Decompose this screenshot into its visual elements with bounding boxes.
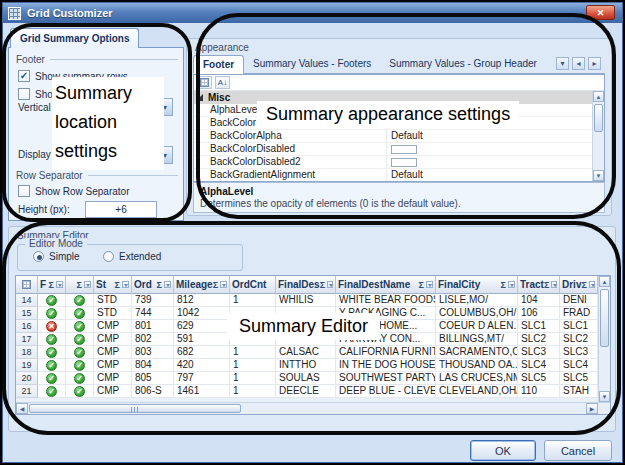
property-scrollbar[interactable]: ▲ ▼ [592, 91, 604, 181]
cell-mileage[interactable]: 1042 [174, 307, 230, 320]
cell-mileage[interactable]: 682 [174, 346, 230, 359]
cell-st[interactable]: CMP [94, 333, 132, 346]
cell-tract[interactable]: SLC2 [518, 333, 560, 346]
cell-st[interactable]: STD [94, 307, 132, 320]
tab-summary-values-footers[interactable]: Summary Values - Footers [244, 54, 380, 73]
color-swatch[interactable] [391, 158, 417, 167]
cell-tract[interactable]: SLC5 [518, 372, 560, 385]
column-header[interactable]: Σ [66, 276, 94, 294]
row-number-cell[interactable]: 21 [16, 385, 38, 398]
summary-sigma-icon[interactable]: Σ [544, 280, 549, 290]
status-cell[interactable]: ✓ [66, 294, 94, 307]
scroll-up-icon[interactable]: ▲ [599, 276, 610, 287]
cell-finaldestname[interactable]: WHITE BEAR FOODS [336, 294, 436, 307]
cell-finalcity[interactable]: COLUMBUS,OH/ [436, 307, 518, 320]
scrollbar-thumb[interactable] [29, 404, 241, 413]
cell-ord[interactable]: 744 [132, 307, 174, 320]
summary-sigma-icon[interactable]: Σ [157, 280, 162, 290]
row-indicator-header[interactable] [16, 276, 38, 294]
cell-finalcity[interactable]: LAS CRUCES,NM/ [436, 372, 518, 385]
cell-driv[interactable]: FRAD [560, 307, 598, 320]
cell-finalcity[interactable]: BILLINGS,MT/ [436, 333, 518, 346]
status-cell[interactable]: ✓ [66, 372, 94, 385]
radio-unselected-icon[interactable] [103, 251, 114, 262]
column-header[interactable]: FinalCityΣ [436, 276, 518, 294]
column-header[interactable]: DrivΣ [560, 276, 598, 294]
property-value[interactable] [387, 156, 592, 168]
cell-finalcity[interactable]: THOUSAND OA... [436, 359, 518, 372]
column-header[interactable]: FinalDestNameΣ [336, 276, 436, 294]
filter-icon[interactable] [164, 281, 171, 288]
status-cell[interactable]: ✓ [38, 333, 66, 346]
scroll-right-icon[interactable]: ▶ [586, 403, 598, 414]
cell-driv[interactable]: SLC5 [560, 372, 598, 385]
row-number-cell[interactable]: 20 [16, 372, 38, 385]
cell-driv[interactable]: SLC1 [560, 320, 598, 333]
checkbox-unchecked-icon[interactable] [18, 185, 30, 197]
cell-ordcnt[interactable]: 1 [230, 359, 276, 372]
status-cell[interactable]: ✓ [66, 307, 94, 320]
table-row[interactable]: 14✓✓STD7398121WHILISWHITE BEAR FOODSLISL… [16, 294, 598, 307]
close-icon[interactable]: ✕ [586, 5, 615, 20]
status-cell[interactable]: ✓ [38, 346, 66, 359]
cell-finaldestname[interactable]: DEEP BLUE - CLEVELAND [336, 385, 436, 398]
cell-mileage[interactable]: 812 [174, 294, 230, 307]
row-number-cell[interactable]: 17 [16, 333, 38, 346]
cell-finaldes[interactable]: DEECLE [276, 385, 336, 398]
cell-driv[interactable]: DENI [560, 294, 598, 307]
cell-tract[interactable]: SLC3 [518, 346, 560, 359]
scroll-down-icon[interactable]: ▼ [593, 170, 604, 181]
table-row[interactable]: 19✓✓CMP8044201INTTHOIN THE DOG HOUSE Q..… [16, 359, 598, 372]
cell-ordcnt[interactable]: 1 [230, 294, 276, 307]
filter-icon[interactable] [426, 281, 433, 288]
filter-icon[interactable] [122, 281, 129, 288]
cell-ord[interactable]: 801 [132, 320, 174, 333]
column-header[interactable]: FinalDesΣ [276, 276, 336, 294]
cell-finaldes[interactable]: SOULAS [276, 372, 336, 385]
status-cell[interactable]: ✓ [38, 294, 66, 307]
color-swatch[interactable] [391, 145, 417, 154]
row-number-cell[interactable]: 16 [16, 320, 38, 333]
status-cell[interactable]: ✓ [66, 320, 94, 333]
checkbox-checked-icon[interactable]: ✓ [18, 70, 30, 82]
grid-horizontal-scrollbar[interactable]: ◀ ▶ [16, 402, 610, 414]
status-cell[interactable]: ✓ [38, 385, 66, 398]
cell-ordcnt[interactable]: 1 [230, 346, 276, 359]
filter-icon[interactable] [327, 281, 333, 288]
checkbox-unchecked-icon[interactable] [18, 88, 30, 100]
cell-tract[interactable]: SLC1 [518, 320, 560, 333]
cell-driv[interactable]: SLC2 [560, 333, 598, 346]
row-number-cell[interactable]: 14 [16, 294, 38, 307]
tab-footer[interactable]: Footer [193, 55, 244, 74]
cell-finalcity[interactable]: SACRAMENTO,C... [436, 346, 518, 359]
cell-driv[interactable]: SLC3 [560, 346, 598, 359]
cell-mileage[interactable]: 420 [174, 359, 230, 372]
summary-sigma-icon[interactable]: Σ [213, 280, 218, 290]
status-cell[interactable]: ✓ [66, 385, 94, 398]
cell-ord[interactable]: 802 [132, 333, 174, 346]
cell-st[interactable]: CMP [94, 346, 132, 359]
show-row-separator-checkbox[interactable]: Show Row Separator [18, 185, 130, 197]
column-header[interactable]: OrdCnt [230, 276, 276, 294]
property-row[interactable]: BackColorDisabled [194, 143, 592, 156]
cell-finaldestname[interactable]: SOUTHWEST PARTY S... [336, 372, 436, 385]
column-header[interactable]: StΣ [94, 276, 132, 294]
summary-sigma-icon[interactable]: Σ [49, 280, 54, 290]
cell-mileage[interactable]: 1461 [174, 385, 230, 398]
cell-tract[interactable]: SLC4 [518, 359, 560, 372]
status-cell[interactable]: ✓ [66, 359, 94, 372]
cell-finalcity[interactable]: CLEVELAND,OH/ [436, 385, 518, 398]
property-value[interactable] [387, 143, 592, 155]
cell-finaldestname[interactable]: CALIFORNIA FURNITU... [336, 346, 436, 359]
status-cell[interactable]: ✓ [66, 346, 94, 359]
summary-sigma-icon[interactable]: Σ [320, 280, 325, 290]
summary-sigma-icon[interactable]: Σ [115, 280, 120, 290]
tab-grid-summary-options[interactable]: Grid Summary Options [10, 28, 139, 48]
radio-simple[interactable]: Simple [33, 251, 80, 262]
cell-finaldes[interactable]: INTTHO [276, 359, 336, 372]
titlebar[interactable]: Grid Customizer ✕ [3, 3, 622, 23]
cell-finalcity[interactable]: LISLE,MO/ [436, 294, 518, 307]
sort-alphabetical-icon[interactable]: A↓ [215, 76, 230, 89]
row-number-cell[interactable]: 19 [16, 359, 38, 372]
tab-summary-values-group-header[interactable]: Summary Values - Group Header [380, 54, 546, 73]
